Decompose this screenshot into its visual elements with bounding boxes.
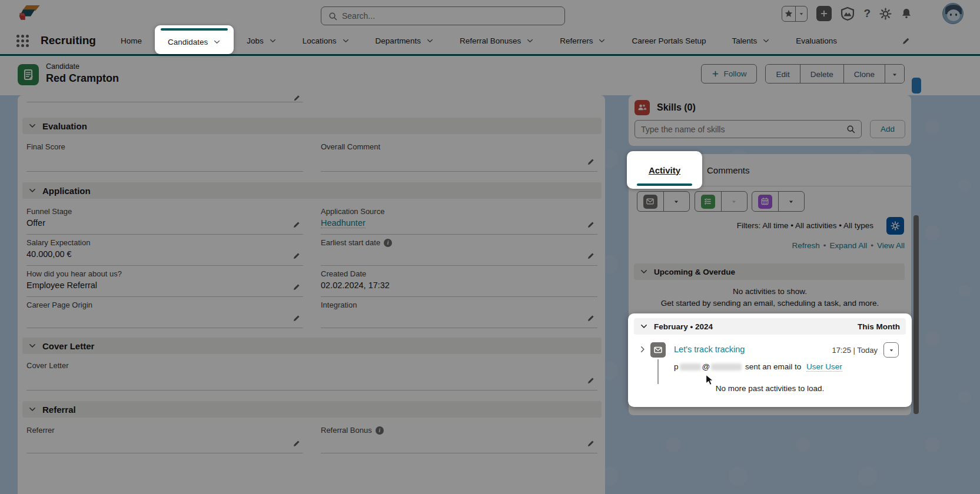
chevron-down-icon[interactable] — [598, 37, 606, 45]
field-application-source: Application Source Headhunter — [321, 203, 597, 235]
plus-icon — [820, 9, 828, 18]
docked-panel-edge[interactable] — [912, 78, 921, 94]
recipient-link[interactable]: User User — [806, 362, 842, 372]
chevron-down-icon[interactable] — [762, 37, 770, 45]
month-group-header[interactable]: February • 2024 This Month — [634, 318, 906, 335]
trailhead-icon[interactable] — [841, 6, 855, 21]
filters-summary[interactable]: Filters: All time • All activities • All… — [737, 221, 873, 230]
application-source-link[interactable]: Headhunter — [321, 218, 366, 228]
favorites-dropdown-icon[interactable] — [795, 6, 807, 21]
info-icon[interactable]: i — [384, 239, 392, 247]
avatar[interactable] — [942, 3, 964, 24]
send-email-button[interactable] — [637, 192, 663, 211]
tab-referrers[interactable]: Referrers — [560, 36, 606, 45]
field-row-partial — [26, 95, 303, 102]
edit-pencil-icon[interactable] — [293, 314, 301, 322]
edit-pencil-icon[interactable] — [293, 252, 301, 260]
field-final-score: Final Score — [26, 139, 303, 172]
tab-evaluations[interactable]: Evaluations — [796, 36, 837, 45]
tab-candidates[interactable]: Candidates — [168, 38, 221, 46]
app-launcher-icon[interactable] — [16, 35, 29, 47]
new-event-button[interactable] — [752, 192, 778, 211]
expand-all-link[interactable]: Expand All — [829, 241, 867, 250]
chevron-down-icon — [640, 322, 648, 331]
delete-button[interactable]: Delete — [800, 65, 843, 84]
add-skill-button[interactable]: Add — [870, 120, 905, 138]
star-icon[interactable] — [782, 6, 795, 21]
clone-button[interactable]: Clone — [843, 65, 885, 84]
favorites-button[interactable] — [782, 6, 808, 22]
activity-tab-row: Activity Comments — [629, 154, 911, 186]
edit-nav-pencil-icon[interactable] — [902, 36, 911, 45]
activity-actions-dropdown-button[interactable] — [883, 342, 899, 358]
edit-pencil-icon[interactable] — [293, 283, 301, 291]
field-funnel-stage: Funnel Stage Offer — [26, 203, 303, 235]
section-evaluation[interactable]: Evaluation — [22, 118, 602, 134]
record-action-group: Edit Delete Clone — [765, 64, 905, 84]
edit-pencil-icon[interactable] — [293, 95, 301, 102]
global-actions-button[interactable] — [816, 6, 832, 21]
field-overall-comment: Overall Comment — [321, 139, 597, 172]
more-actions-button[interactable] — [885, 65, 904, 84]
tab-departments[interactable]: Departments — [376, 36, 434, 45]
global-search[interactable] — [321, 6, 565, 25]
info-icon[interactable]: i — [376, 426, 384, 435]
edit-pencil-icon[interactable] — [587, 158, 595, 166]
expand-chevron-right-icon[interactable] — [639, 345, 647, 353]
field-integration: Integration — [321, 297, 597, 328]
tab-activity[interactable]: Activity — [649, 165, 680, 175]
edit-pencil-icon[interactable] — [587, 221, 595, 229]
plus-icon — [712, 70, 719, 78]
caret-down-icon — [730, 198, 738, 205]
tab-locations[interactable]: Locations — [303, 36, 350, 45]
scrollbar-thumb[interactable] — [913, 215, 919, 414]
skills-search-field[interactable] — [634, 120, 862, 138]
salesforce-app-logo-icon[interactable] — [18, 4, 41, 22]
new-task-button[interactable] — [695, 192, 721, 211]
follow-button[interactable]: Follow — [701, 64, 757, 84]
field-referral-bonus: Referral Bonusi — [321, 422, 597, 453]
activity-links-row: Refresh•Expand All•View All — [792, 241, 905, 250]
filters-settings-button[interactable] — [886, 217, 904, 235]
chevron-down-icon[interactable] — [526, 37, 534, 45]
help-icon[interactable]: ? — [863, 7, 871, 20]
section-cover-letter[interactable]: Cover Letter — [22, 338, 602, 354]
activity-title-link[interactable]: Let's track tracking — [674, 345, 745, 354]
notifications-bell-icon[interactable] — [901, 8, 912, 19]
upcoming-overdue-section[interactable]: Upcoming & Overdue — [634, 263, 905, 280]
chevron-down-icon[interactable] — [342, 37, 350, 45]
section-application[interactable]: Application — [22, 182, 602, 199]
tab-referral-bonuses[interactable]: Referral Bonuses — [460, 36, 534, 45]
event-dropdown-button[interactable] — [778, 192, 805, 211]
avatar-art — [955, 14, 957, 16]
chevron-down-icon[interactable] — [213, 38, 221, 46]
field-created-date: Created Date 02.02.2024, 17:32 — [321, 266, 597, 297]
edit-pencil-icon[interactable] — [293, 221, 301, 229]
tab-home[interactable]: Home — [121, 36, 142, 45]
record-entity-label: Candidate — [46, 62, 79, 71]
at-sign: @ — [702, 362, 710, 371]
tab-comments[interactable]: Comments — [707, 165, 750, 175]
chevron-down-icon[interactable] — [426, 37, 434, 45]
search-input[interactable] — [342, 11, 557, 21]
edit-pencil-icon[interactable] — [293, 439, 301, 448]
chevron-down-icon — [640, 268, 648, 276]
refresh-link[interactable]: Refresh — [792, 241, 819, 250]
candidate-record-icon — [18, 64, 39, 85]
setup-gear-icon[interactable] — [879, 8, 892, 20]
email-dropdown-button[interactable] — [663, 192, 690, 211]
section-referral[interactable]: Referral — [22, 401, 602, 418]
skills-search-input[interactable] — [641, 125, 846, 134]
edit-pencil-icon[interactable] — [587, 252, 595, 260]
field-salary-expectation: Salary Expectation 40.000,00 € — [26, 235, 303, 266]
tab-career-portals-setup[interactable]: Career Portals Setup — [632, 36, 706, 45]
edit-pencil-icon[interactable] — [587, 314, 595, 322]
tab-talents[interactable]: Talents — [732, 36, 770, 45]
edit-button[interactable]: Edit — [766, 65, 799, 84]
edit-pencil-icon[interactable] — [587, 376, 595, 385]
chevron-down-icon[interactable] — [269, 37, 277, 45]
view-all-link[interactable]: View All — [877, 241, 905, 250]
tab-jobs[interactable]: Jobs — [247, 36, 277, 45]
edit-pencil-icon[interactable] — [587, 439, 595, 448]
email-icon — [646, 197, 655, 206]
